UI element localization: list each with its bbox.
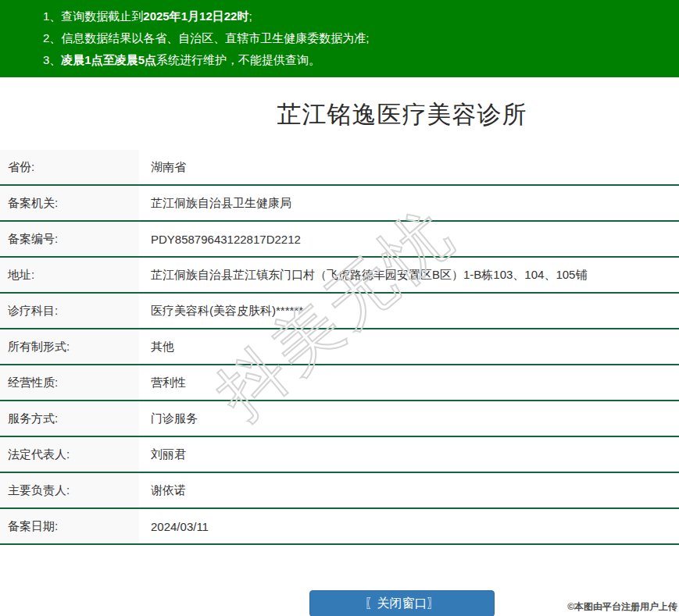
page-title: 芷江铭逸医疗美容诊所 bbox=[0, 77, 679, 150]
notice-text: 1、查询数据截止到 bbox=[43, 9, 143, 23]
field-value: 刘丽君 bbox=[139, 437, 186, 472]
table-row-business-nature: 经营性质: 营利性 bbox=[0, 365, 679, 401]
field-value: PDY85879643122817D2212 bbox=[139, 222, 301, 256]
notice-text: 系统进行维护，不能提供查询。 bbox=[156, 53, 320, 66]
table-row-legal-representative: 法定代表人: 刘丽君 bbox=[0, 437, 679, 473]
notice-text: 2、信息数据结果以各省、自治区、直辖市卫生健康委数据为准; bbox=[43, 31, 370, 45]
copyright-note: ©本图由平台注册用户上传 bbox=[567, 600, 677, 614]
field-label: 备案编号: bbox=[0, 222, 139, 256]
table-row-record-date: 备案日期: 2024/03/11 bbox=[0, 509, 679, 545]
field-value: 芷江侗族自治县芷江镇东门口村（飞虎路德丰园安置区B区）1-B栋103、104、1… bbox=[139, 258, 587, 292]
field-value: 门诊服务 bbox=[139, 401, 198, 436]
field-label: 经营性质: bbox=[0, 365, 139, 400]
notice-text: ; bbox=[248, 9, 252, 23]
field-value: 谢依诺 bbox=[139, 473, 186, 507]
field-label: 法定代表人: bbox=[0, 437, 139, 472]
notice-line-1: 1、查询数据截止到2025年1月12日22时; bbox=[43, 5, 679, 27]
notice-line-2: 2、信息数据结果以各省、自治区、直辖市卫生健康委数据为准; bbox=[43, 27, 679, 49]
field-label: 诊疗科目: bbox=[0, 294, 139, 328]
field-label: 主要负责人: bbox=[0, 473, 139, 507]
field-label: 备案机关: bbox=[0, 186, 139, 220]
field-value: 芷江侗族自治县卫生健康局 bbox=[139, 186, 291, 220]
notice-line-3: 3、凌晨1点至凌晨5点系统进行维护，不能提供查询。 bbox=[43, 49, 679, 71]
table-row-record-authority: 备案机关: 芷江侗族自治县卫生健康局 bbox=[0, 186, 679, 222]
table-row-ownership-form: 所有制形式: 其他 bbox=[0, 329, 679, 365]
table-row-province: 省份: 湖南省 bbox=[0, 150, 679, 186]
notice-bold-text: 凌晨1点至凌晨5点 bbox=[61, 53, 156, 66]
table-row-treatment-subjects: 诊疗科目: 医疗美容科(美容皮肤科)****** bbox=[0, 294, 679, 329]
notice-banner: 1、查询数据截止到2025年1月12日22时; 2、信息数据结果以各省、自治区、… bbox=[0, 0, 679, 77]
field-label: 省份: bbox=[0, 150, 139, 184]
field-value: 湖南省 bbox=[139, 150, 186, 184]
field-value: 2024/03/11 bbox=[139, 509, 209, 543]
table-row-main-responsible-person: 主要负责人: 谢依诺 bbox=[0, 473, 679, 509]
field-label: 服务方式: bbox=[0, 401, 139, 436]
notice-bold-text: 2025年1月12日22时 bbox=[143, 9, 248, 23]
field-value: 医疗美容科(美容皮肤科)****** bbox=[139, 294, 303, 328]
field-label: 所有制形式: bbox=[0, 329, 139, 364]
table-row-address: 地址: 芷江侗族自治县芷江镇东门口村（飞虎路德丰园安置区B区）1-B栋103、1… bbox=[0, 258, 679, 294]
notice-text: 3、 bbox=[43, 53, 61, 66]
field-value: 其他 bbox=[139, 329, 174, 364]
table-row-record-number: 备案编号: PDY85879643122817D2212 bbox=[0, 222, 679, 258]
field-label: 备案日期: bbox=[0, 509, 139, 543]
field-value: 营利性 bbox=[139, 365, 186, 400]
field-label: 地址: bbox=[0, 258, 139, 292]
close-window-button[interactable]: 〖关闭窗口〗 bbox=[309, 590, 495, 616]
record-info-table: 省份: 湖南省 备案机关: 芷江侗族自治县卫生健康局 备案编号: PDY8587… bbox=[0, 150, 679, 545]
table-row-service-mode: 服务方式: 门诊服务 bbox=[0, 401, 679, 437]
